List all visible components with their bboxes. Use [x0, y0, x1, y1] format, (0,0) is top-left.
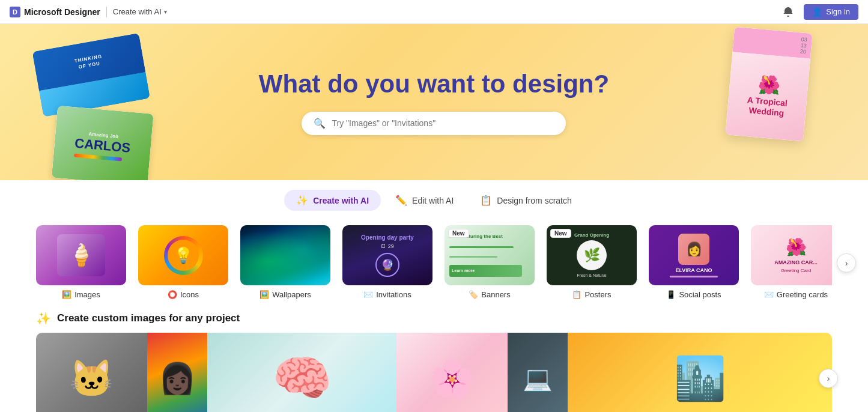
posters-label-icon: 📋 — [572, 290, 581, 299]
category-posters[interactable]: New Grand Opening 🌿 Fresh & Natural 📋 Po… — [547, 225, 637, 299]
invitations-label-icon: ✉️ — [363, 290, 373, 299]
sign-in-button[interactable]: 👤 Sign in — [804, 4, 858, 20]
custom-image-brain-tree[interactable]: 🧠 — [207, 333, 396, 412]
topbar-right: 👤 Sign in — [780, 4, 858, 20]
social-label-icon: 📱 — [666, 290, 676, 299]
images-label: 🖼️ Images — [62, 290, 100, 299]
person-icon: 👤 — [812, 7, 822, 17]
svg-text:D: D — [13, 8, 17, 16]
bell-button[interactable] — [780, 4, 797, 20]
category-images[interactable]: 🍦 🖼️ Images — [36, 225, 126, 299]
app-name: Microsoft Designer — [24, 7, 100, 17]
pencil-icon: ✏️ — [395, 195, 407, 206]
invitations-label-text: Invitations — [376, 290, 411, 299]
category-greeting[interactable]: 🌺 AMAZING CAR... Greeting Card ✉️ Greeti… — [751, 225, 832, 299]
bulb-inner: 💡 — [168, 240, 199, 271]
search-input[interactable] — [332, 118, 554, 128]
custom-image-flower-tree[interactable]: 🌸 — [396, 333, 508, 412]
custom-image-person-working[interactable]: 💻 — [508, 333, 568, 412]
banners-label: 🏷️ Banners — [469, 290, 510, 299]
invitations-label: ✉️ Invitations — [363, 290, 411, 299]
category-wallpapers[interactable]: 🖼️ Wallpapers — [240, 225, 330, 299]
custom-images-row: 🐱 👩🏿 🧠 🌸 — [36, 333, 832, 412]
wallpapers-label-text: Wallpapers — [272, 290, 311, 299]
category-next-icon: › — [845, 258, 848, 267]
icons-label: ⭕ Icons — [168, 290, 199, 299]
images-label-icon: 🖼️ — [62, 290, 71, 299]
hero-search-wrap: 🔍 — [259, 112, 609, 135]
custom-section: ✨ Create custom images for any project 🐱… — [0, 309, 868, 412]
icons-thumbnail: 💡 — [138, 225, 228, 285]
social-label: 📱 Social posts — [666, 290, 721, 299]
topbar: D Microsoft Designer Create with AI ▾ 👤 … — [0, 0, 868, 24]
wallpapers-label: 🖼️ Wallpapers — [259, 290, 311, 299]
tabs-section: ✨ Create with AI ✏️ Edit with AI 📋 Desig… — [0, 180, 868, 220]
banners-label-text: Banners — [481, 290, 510, 299]
topbar-logo: D Microsoft Designer — [10, 7, 100, 17]
tab-design-scratch-label: Design from scratch — [497, 196, 571, 205]
custom-image-city[interactable]: 🏙️ — [568, 333, 832, 412]
carlos-card: Amazing Job CARLOS — [52, 106, 154, 180]
category-next-button[interactable]: › — [837, 253, 856, 272]
clipboard-icon: 📋 — [480, 195, 492, 206]
greeting-label-icon: ✉️ — [764, 290, 774, 299]
invite-title: Opening day party — [361, 234, 414, 241]
category-icons[interactable]: 💡 ⭕ Icons — [138, 225, 228, 299]
posters-label: 📋 Posters — [572, 290, 611, 299]
new-badge-posters: New — [550, 229, 571, 238]
chevron-down-icon: ▾ — [164, 8, 167, 15]
aurora-lights — [240, 225, 330, 285]
greeting-thumbnail: 🌺 AMAZING CAR... Greeting Card — [751, 225, 832, 285]
bulb-circle: 💡 — [164, 236, 203, 275]
designer-logo-icon: D — [10, 7, 20, 17]
tab-create-ai[interactable]: ✨ Create with AI — [284, 190, 381, 211]
category-social[interactable]: 👩 ELVIRA CANO 📱 Social posts — [649, 225, 739, 299]
social-thumbnail: 👩 ELVIRA CANO — [649, 225, 739, 285]
banners-thumbnail: New Manufacturing the Best Learn more — [445, 225, 535, 285]
custom-images-container: 🐱 👩🏿 🧠 🌸 — [36, 333, 832, 412]
hero-cards-right: 03 13 20 🌺 A Tropical Wedding — [730, 30, 808, 138]
images-thumbnail: 🍦 — [36, 225, 126, 285]
custom-images-next-icon: › — [827, 374, 830, 383]
thinking-card: THINKING OF YOU — [32, 33, 150, 117]
create-with-ai-menu[interactable]: Create with AI ▾ — [113, 7, 167, 16]
custom-section-title: Create custom images for any project — [57, 312, 240, 324]
tab-design-scratch[interactable]: 📋 Design from scratch — [468, 190, 583, 211]
invite-date: 🗓 29 — [381, 243, 394, 249]
tropical-year: 20 — [800, 48, 807, 55]
invitations-thumbnail: New Opening day party 🗓 29 🔮 — [342, 225, 432, 285]
hero-section: THINKING OF YOU Amazing Job CARLOS Wh — [0, 24, 868, 180]
banners-label-icon: 🏷️ — [469, 290, 478, 299]
category-row: 🍦 🖼️ Images 💡 ⭕ Icons — [0, 220, 868, 309]
hero-title: What do you want to design? — [259, 69, 609, 99]
category-scroll: 🍦 🖼️ Images 💡 ⭕ Icons — [36, 225, 832, 299]
posters-thumbnail: New Grand Opening 🌿 Fresh & Natural — [547, 225, 637, 285]
tropical-title: A Tropical Wedding — [733, 94, 801, 120]
bell-icon — [783, 7, 794, 17]
hero-content: What do you want to design? 🔍 — [259, 69, 609, 135]
new-badge-banners: New — [448, 229, 469, 238]
custom-section-icon: ✨ — [36, 311, 51, 326]
icons-label-icon: ⭕ — [168, 290, 177, 299]
custom-image-cat[interactable]: 🐱 — [36, 333, 147, 412]
tab-edit-ai[interactable]: ✏️ Edit with AI — [383, 190, 466, 211]
images-label-text: Images — [74, 290, 100, 299]
social-label-text: Social posts — [679, 290, 721, 299]
custom-images-next-button[interactable]: › — [819, 369, 838, 388]
topbar-divider — [106, 7, 107, 17]
invite-inner: Opening day party 🗓 29 🔮 — [342, 225, 432, 285]
create-menu-label: Create with AI — [113, 7, 162, 16]
sparkle-icon: ✨ — [296, 195, 308, 206]
category-invitations[interactable]: New Opening day party 🗓 29 🔮 ✉️ Invitati… — [342, 225, 432, 299]
icons-label-text: Icons — [180, 290, 199, 299]
greeting-label: ✉️ Greeting cards — [764, 290, 828, 299]
custom-section-header: ✨ Create custom images for any project — [36, 311, 832, 326]
wallpapers-label-icon: 🖼️ — [259, 290, 269, 299]
tropical-card: 03 13 20 🌺 A Tropical Wedding — [725, 27, 812, 142]
tab-edit-ai-label: Edit with AI — [412, 196, 454, 205]
hero-search-box[interactable]: 🔍 — [302, 112, 566, 135]
wallpapers-thumbnail — [240, 225, 330, 285]
category-banners[interactable]: New Manufacturing the Best Learn more 🏷️… — [445, 225, 535, 299]
custom-image-woman[interactable]: 👩🏿 — [147, 333, 207, 412]
hero-cards-left: THINKING OF YOU Amazing Job CARLOS — [36, 36, 144, 180]
